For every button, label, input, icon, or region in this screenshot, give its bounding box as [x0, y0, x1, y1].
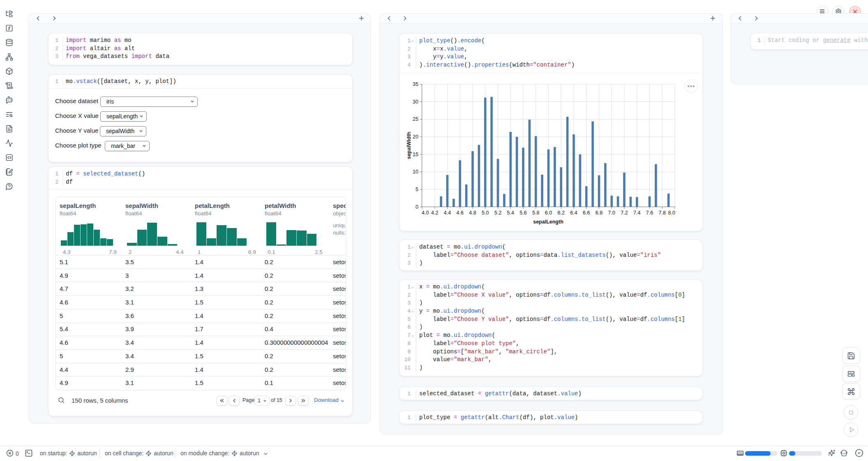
svg-text:7.0: 7.0 [608, 210, 615, 216]
svg-text:25: 25 [413, 116, 418, 122]
svg-text:7.6: 7.6 [646, 210, 653, 216]
svg-text:20: 20 [413, 134, 418, 140]
svg-text:4.2: 4.2 [431, 210, 438, 216]
svg-text:6.6: 6.6 [583, 210, 590, 216]
svg-text:sepalLength: sepalLength [533, 219, 563, 225]
svg-text:7.4: 7.4 [633, 210, 640, 216]
svg-text:6.4: 6.4 [570, 210, 577, 216]
svg-text:5.2: 5.2 [494, 210, 501, 216]
svg-text:8.0: 8.0 [668, 210, 675, 216]
svg-text:5: 5 [416, 187, 418, 192]
svg-text:0: 0 [416, 204, 418, 210]
svg-text:30: 30 [413, 99, 418, 105]
svg-text:4.4: 4.4 [444, 210, 451, 216]
svg-text:7.2: 7.2 [621, 210, 628, 216]
svg-text:4.0: 4.0 [422, 210, 429, 216]
svg-text:5.4: 5.4 [507, 210, 514, 216]
svg-text:4.6: 4.6 [457, 210, 464, 216]
svg-text:5.8: 5.8 [532, 210, 539, 216]
svg-text:6.8: 6.8 [596, 210, 603, 216]
svg-text:6.2: 6.2 [558, 210, 565, 216]
svg-text:15: 15 [413, 152, 418, 157]
svg-text:4.8: 4.8 [469, 210, 476, 216]
svg-text:7.8: 7.8 [659, 210, 666, 216]
svg-text:10: 10 [413, 169, 418, 175]
svg-text:5.0: 5.0 [482, 210, 489, 216]
svg-text:5.6: 5.6 [519, 210, 526, 216]
svg-text:sepalWidth: sepalWidth [406, 132, 412, 159]
svg-text:35: 35 [413, 81, 418, 87]
svg-text:6.0: 6.0 [545, 210, 552, 216]
